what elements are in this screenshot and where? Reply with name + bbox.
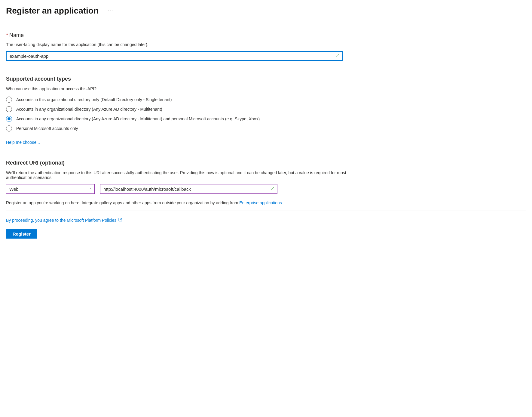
name-label: Name <box>9 32 24 39</box>
radio-label: Personal Microsoft accounts only <box>16 126 78 131</box>
account-types-section: Supported account types Who can use this… <box>6 76 526 145</box>
radio-label: Accounts in any organizational directory… <box>16 116 260 121</box>
name-field-group: * Name The user-facing display name for … <box>6 32 526 61</box>
enterprise-applications-link[interactable]: Enterprise applications <box>239 200 282 205</box>
help-me-choose-link[interactable]: Help me choose... <box>6 140 40 145</box>
radio-option-multitenant-personal[interactable]: Accounts in any organizational directory… <box>6 116 526 122</box>
chevron-down-icon <box>88 187 91 191</box>
footer-note-text: Register an app you're working on here. … <box>6 200 239 205</box>
radio-option-multitenant[interactable]: Accounts in any organizational directory… <box>6 106 526 112</box>
radio-icon <box>6 97 12 103</box>
redirect-uri-description: We'll return the authentication response… <box>6 170 349 180</box>
name-description: The user-facing display name for this ap… <box>6 42 526 47</box>
radio-icon <box>6 106 12 112</box>
radio-icon <box>6 125 12 131</box>
platform-select[interactable]: Web <box>6 184 95 194</box>
page-title: Register an application <box>6 6 99 16</box>
radio-icon <box>6 116 12 122</box>
radio-label: Accounts in this organizational director… <box>16 97 172 102</box>
required-asterisk-icon: * <box>6 32 8 39</box>
platform-select-value: Web <box>9 187 19 192</box>
radio-label: Accounts in any organizational directory… <box>16 107 162 112</box>
redirect-uri-heading: Redirect URI (optional) <box>6 160 526 166</box>
footer-note-period: . <box>282 200 283 205</box>
radio-option-single-tenant[interactable]: Accounts in this organizational director… <box>6 97 526 103</box>
external-link-icon <box>118 218 122 223</box>
more-actions-icon[interactable]: ··· <box>108 8 113 14</box>
redirect-uri-section: Redirect URI (optional) We'll return the… <box>6 160 526 205</box>
account-types-heading: Supported account types <box>6 76 526 82</box>
redirect-uri-input[interactable] <box>100 184 277 194</box>
radio-option-personal-only[interactable]: Personal Microsoft accounts only <box>6 125 526 131</box>
name-input[interactable] <box>6 51 343 61</box>
register-button[interactable]: Register <box>6 229 37 239</box>
platform-policies-link[interactable]: By proceeding, you agree to the Microsof… <box>6 218 116 223</box>
divider <box>6 211 526 211</box>
account-types-question: Who can use this application or access t… <box>6 86 526 91</box>
footer-note: Register an app you're working on here. … <box>6 200 526 205</box>
account-types-radio-group: Accounts in this organizational director… <box>6 97 526 131</box>
